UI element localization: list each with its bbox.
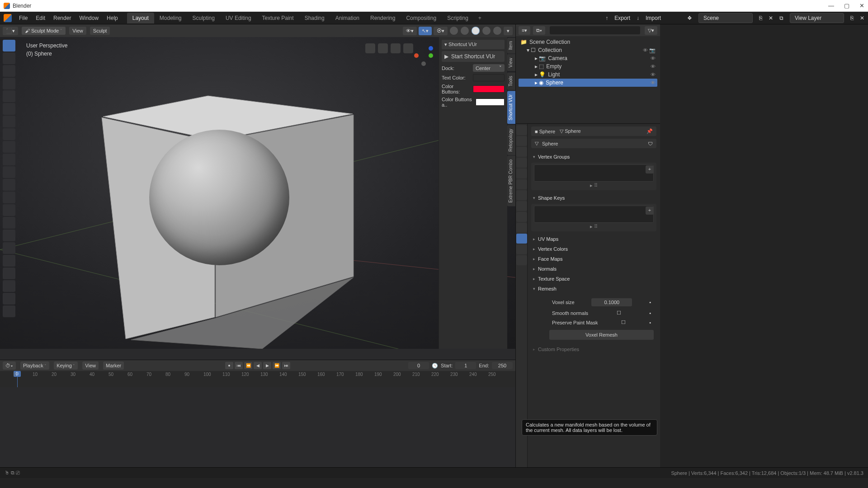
close-button[interactable]: ✕ [859, 2, 864, 9]
tool-crease[interactable] [3, 116, 15, 127]
tool-layer[interactable] [3, 78, 15, 89]
tool-draw-brush[interactable] [3, 40, 15, 52]
panel-shape-keys[interactable]: Shape Keys [531, 193, 656, 203]
new-viewlayer-icon[interactable]: ⎘ [850, 15, 854, 21]
jump-start-icon[interactable]: ⏮ [235, 362, 243, 369]
xray-toggle[interactable] [449, 26, 458, 35]
shading-rendered[interactable] [493, 26, 502, 35]
prop-tab-output[interactable] [516, 136, 527, 146]
marker-menu[interactable]: Marker [103, 361, 124, 370]
tool-nudge[interactable] [3, 255, 15, 267]
tool-inflate[interactable] [3, 90, 15, 102]
shading-solid[interactable] [471, 26, 480, 35]
tool-rotate[interactable] [3, 267, 15, 279]
menu-help[interactable]: Help [103, 13, 122, 23]
workspace-tab-layout[interactable]: Layout [127, 13, 154, 23]
outliner-type-dropdown[interactable]: ≡▾ [519, 26, 530, 35]
n-tab-item[interactable]: Item [507, 38, 515, 53]
autokey-toggle[interactable]: ● [225, 362, 233, 369]
export-button[interactable]: Export [614, 15, 630, 21]
vp-camera-view-icon[interactable] [365, 43, 375, 53]
btncolor-swatch[interactable] [473, 85, 505, 93]
panel-normals[interactable]: Normals [531, 264, 656, 274]
prop-tab-render[interactable] [516, 125, 527, 135]
delete-viewlayer-icon[interactable]: ✕ [860, 15, 864, 21]
keyframe-next-icon[interactable]: ⏩ [273, 362, 281, 369]
tool-blob[interactable] [3, 103, 15, 115]
workspace-tab-uv-editing[interactable]: UV Editing [220, 13, 257, 23]
prop-tab-object[interactable] [516, 179, 527, 189]
editor-type-dropdown[interactable]: ⬛▾ [3, 27, 18, 35]
smooth-normals-checkbox[interactable]: ☐ [617, 310, 621, 316]
menu-edit[interactable]: Edit [32, 13, 49, 23]
menu-file[interactable]: File [15, 13, 31, 23]
vp-toggle-camera-icon[interactable] [403, 43, 413, 53]
panel-remesh[interactable]: Remesh [531, 284, 656, 294]
add-workspace-button[interactable]: + [475, 13, 485, 23]
voxel-size-field[interactable]: 0.1000 [591, 298, 632, 306]
blender-icon[interactable] [4, 14, 12, 22]
panel-vertex-colors[interactable]: Vertex Colors [531, 244, 656, 254]
prop-tab-mesh-data[interactable] [516, 234, 527, 244]
textcolor-swatch[interactable] [473, 74, 505, 81]
outliner-search[interactable] [550, 26, 640, 34]
workspace-tab-shading[interactable]: Shading [299, 13, 330, 23]
start-shortcut-vur-button[interactable]: ▶ Start Shortcut VUr [442, 51, 505, 62]
tool-clay-brush[interactable] [3, 52, 15, 64]
dock-dropdown[interactable]: Center˅ [473, 64, 505, 72]
minimize-button[interactable]: — [828, 2, 834, 9]
preserve-mask-checkbox[interactable]: ☐ [621, 319, 626, 325]
clock-icon[interactable]: 🕓 [432, 363, 438, 369]
keying-menu[interactable]: Keying [54, 361, 78, 370]
play-reverse-icon[interactable]: ◀ [254, 362, 262, 369]
timeline-editor-dropdown[interactable]: ⏱▾ [3, 361, 16, 370]
menu-window[interactable]: Window [75, 13, 102, 23]
current-frame-field[interactable]: 0 [408, 362, 429, 369]
tool-fill[interactable] [3, 154, 15, 165]
tool-mask[interactable] [3, 280, 15, 292]
voxel-remesh-button[interactable]: Voxel Remesh [549, 330, 654, 340]
playback-menu[interactable]: Playback [20, 361, 49, 370]
timeline-track[interactable]: 0 01020304050607080901001101201301401501… [0, 371, 515, 387]
panel-vertex-groups[interactable]: Vertex Groups [531, 152, 656, 162]
workspace-tab-animation[interactable]: Animation [330, 13, 365, 23]
vp-overlay-toggle[interactable]: ⦿▾ [434, 27, 448, 35]
workspace-tab-texture-paint[interactable]: Texture Paint [257, 13, 299, 23]
prop-tab-material[interactable] [516, 244, 527, 254]
sk-add-button[interactable]: + [646, 206, 654, 215]
vp-zoom-view-icon[interactable] [391, 43, 401, 53]
workspace-tab-scripting[interactable]: Scripting [442, 13, 474, 23]
shading-wire[interactable] [460, 26, 469, 35]
workspace-tab-rendering[interactable]: Rendering [365, 13, 401, 23]
viewport-3d[interactable]: User Perspective (0) Sphere [0, 37, 515, 349]
tool-annotate[interactable] [3, 305, 15, 317]
outliner-item-empty[interactable]: ▸ ⬚ Empty👁 [519, 62, 657, 70]
outliner-item-camera[interactable]: ▸ 📷 Camera👁 [519, 54, 657, 62]
prop-tab-world[interactable] [516, 169, 527, 178]
tool-grab[interactable] [3, 192, 15, 203]
tool-thumb[interactable] [3, 230, 15, 241]
outliner-item-sphere[interactable]: ▸ ◉ Sphere👁 [519, 79, 657, 87]
import-button[interactable]: Import [646, 15, 661, 21]
prop-tab-modifiers[interactable] [516, 190, 527, 200]
panel-face-maps[interactable]: Face Maps [531, 254, 656, 264]
new-scene-icon[interactable]: ⎘ [759, 15, 762, 21]
shape-keys-list[interactable] [534, 206, 654, 223]
tool-elastic[interactable] [3, 204, 15, 216]
vp-sculpt-menu[interactable]: Sculpt [90, 27, 110, 35]
mesh-name-field[interactable]: Sphere [542, 141, 644, 146]
tool-flatten[interactable] [3, 141, 15, 153]
panel-custom-properties[interactable]: Custom Properties [531, 344, 656, 354]
n-tab-tools[interactable]: Tools [507, 72, 515, 90]
prop-tab-viewlayer[interactable] [516, 147, 527, 157]
prop-tab-texture[interactable] [516, 255, 527, 265]
workspace-tab-modeling[interactable]: Modeling [154, 13, 187, 23]
vp-move-view-icon[interactable] [378, 43, 388, 53]
n-tab-view[interactable]: View [507, 54, 515, 71]
panel-uv-maps[interactable]: UV Maps [531, 234, 656, 244]
prop-tab-physics[interactable] [516, 212, 527, 222]
start-frame-field[interactable]: 1 [455, 362, 476, 369]
n-tab-retopology[interactable]: Retopology [507, 125, 515, 155]
scene-selector[interactable]: Scene [698, 13, 753, 23]
btncolor2-swatch[interactable] [476, 99, 505, 106]
